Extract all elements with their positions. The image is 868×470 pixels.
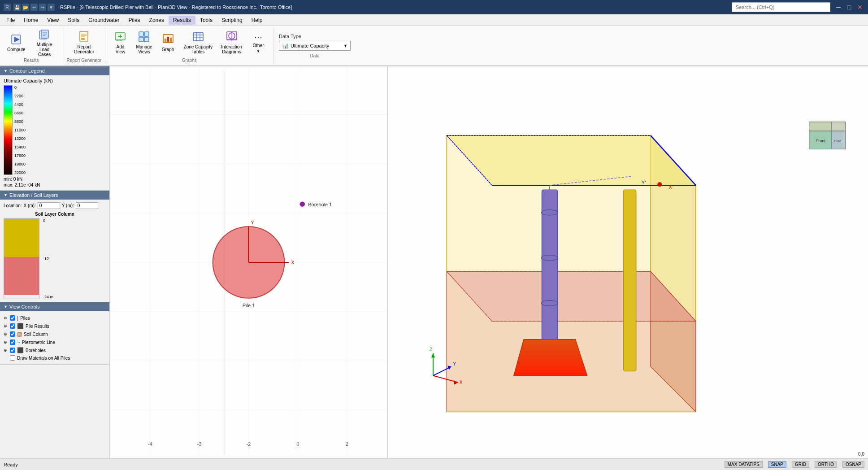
svg-rect-18: [144, 32, 149, 36]
report-generator-button[interactable]: Report Generator: [70, 29, 98, 56]
svg-text:X: X: [291, 260, 295, 265]
vc-draw-materials: ⊕ Draw Materials on All Piles: [4, 354, 106, 361]
interaction-diagrams-icon: [226, 30, 238, 43]
view-controls-section: ▼ View Controls ⊕ | Piles ⊕ ⬛ Pile Resul…: [0, 302, 109, 365]
svg-rect-24: [170, 38, 172, 42]
other-icon: ⋯: [254, 32, 262, 42]
report-generator-icon: [78, 30, 90, 43]
view-controls-header[interactable]: ▼ View Controls: [0, 302, 109, 311]
soil-depth-labels: 0 -12 -24 m: [41, 218, 53, 299]
plan-view-svg: -4 -3 -2 0 2 X Y Pile 1 Borehole 1: [110, 66, 387, 458]
menu-zones[interactable]: Zones: [145, 16, 169, 25]
legend-label-10: 22000: [14, 170, 26, 175]
svg-text:X: X: [460, 380, 463, 385]
data-type-value: Ultimate Capacity: [291, 43, 329, 48]
piezometric-checkbox[interactable]: [10, 339, 15, 345]
menu-results[interactable]: Results: [169, 16, 195, 25]
save-icon[interactable]: 💾: [13, 4, 21, 11]
ortho-button[interactable]: ORTHO: [815, 461, 837, 468]
y-input[interactable]: [76, 202, 98, 209]
viewport-3d[interactable]: Z Y X Front Side: [388, 66, 868, 458]
redo-icon[interactable]: ↪: [39, 4, 46, 11]
contour-legend-arrow: ▼: [4, 69, 8, 73]
elevation-content: Location: X (m): Y (m): Soil Layer Colum…: [0, 200, 109, 302]
max-datatips-button[interactable]: MAX DATATIPS: [725, 461, 763, 468]
multiple-load-cases-button[interactable]: Multiple Load Cases: [30, 29, 59, 56]
contour-legend-header[interactable]: ▼ Contour Legend: [0, 66, 109, 75]
elevation-title: Elevation / Soil Layers: [9, 192, 58, 198]
viewport-plan[interactable]: -4 -3 -2 0 2 X Y Pile 1 Borehole 1: [110, 66, 388, 458]
pile-results-label: Pile Results: [26, 324, 49, 329]
menu-icon[interactable]: ▼: [48, 4, 55, 11]
view-controls-content: ⊕ | Piles ⊕ ⬛ Pile Results ⊕ ▧ So: [0, 311, 109, 364]
other-button[interactable]: ⋯ Other ▼: [247, 29, 269, 56]
open-icon[interactable]: 📂: [22, 4, 29, 11]
grid-button[interactable]: GRID: [792, 461, 809, 468]
zone-capacity-tables-button[interactable]: Zone Capacity Tables: [180, 29, 216, 56]
boreholes-checkbox[interactable]: [10, 348, 15, 353]
svg-marker-79: [514, 339, 587, 376]
status-right: MAX DATATIPS SNAP GRID ORTHO OSNAP: [725, 461, 864, 468]
ribbon-group-results: Compute Multiple Load Cases: [0, 28, 63, 64]
osnap-button[interactable]: OSNAP: [842, 461, 864, 468]
manage-views-icon: [138, 30, 150, 43]
restore-button[interactable]: □: [845, 3, 854, 12]
data-type-label: Data Type: [279, 34, 351, 39]
compute-label: Compute: [7, 47, 26, 52]
piezometric-expand[interactable]: ⊕: [4, 340, 8, 344]
svg-rect-77: [542, 190, 558, 348]
legend-label-4: 8800: [14, 119, 26, 124]
legend-label-7: 15400: [14, 145, 26, 149]
data-type-dropdown-arrow: ▼: [343, 44, 347, 48]
manage-views-button[interactable]: Manage Views: [132, 29, 156, 56]
minimize-button[interactable]: ─: [834, 3, 843, 12]
title-bar: R 💾 📂 ↩ ↪ ▼ RSPile - [9-Telescopic Drill…: [0, 0, 868, 14]
menu-scripting[interactable]: Scripting: [217, 16, 247, 25]
search-input[interactable]: [732, 2, 830, 12]
menu-tools[interactable]: Tools: [195, 16, 217, 25]
svg-point-102: [657, 182, 662, 187]
view-controls-title: View Controls: [9, 304, 40, 309]
piles-expand[interactable]: ⊕: [4, 316, 8, 320]
svg-rect-16: [119, 40, 122, 41]
boreholes-expand[interactable]: ⊕: [4, 348, 8, 352]
soil-column-checkbox[interactable]: [10, 331, 15, 337]
data-type-dropdown[interactable]: 📊 Ultimate Capacity ▼: [279, 41, 351, 51]
pile-results-checkbox[interactable]: [10, 323, 15, 329]
interaction-diagrams-button[interactable]: Interaction Diagrams: [217, 29, 246, 56]
svg-text:Side: Side: [834, 139, 842, 143]
svg-text:Y: Y: [453, 361, 456, 366]
soil-column-expand[interactable]: ⊕: [4, 332, 8, 336]
graphs-group-label: Graphs: [182, 58, 197, 64]
legend-max: max: 2.11e+04 kN: [4, 183, 106, 187]
menu-view[interactable]: View: [43, 16, 63, 25]
pile-results-expand[interactable]: ⊕: [4, 324, 8, 328]
svg-rect-19: [139, 37, 143, 42]
menu-groundwater[interactable]: Groundwater: [84, 16, 124, 25]
menu-home[interactable]: Home: [19, 16, 43, 25]
menu-soils[interactable]: Soils: [63, 16, 84, 25]
manage-views-label: Manage Views: [136, 44, 152, 54]
status-bar: Ready MAX DATATIPS SNAP GRID ORTHO OSNAP: [0, 458, 868, 470]
vc-pile-results: ⊕ ⬛ Pile Results: [4, 322, 106, 330]
elevation-header[interactable]: ▼ Elevation / Soil Layers: [0, 191, 109, 200]
soil-column-icon: ▧: [17, 331, 22, 337]
add-view-button[interactable]: Add View: [109, 29, 131, 56]
piles-checkbox[interactable]: [10, 315, 15, 321]
svg-text:Pile 1: Pile 1: [243, 303, 255, 308]
graph-button[interactable]: Graph: [157, 29, 179, 56]
snap-button[interactable]: SNAP: [768, 461, 786, 468]
draw-materials-checkbox[interactable]: [10, 355, 15, 361]
undo-icon[interactable]: ↩: [30, 4, 38, 11]
other-dropdown-arrow: ▼: [256, 49, 260, 53]
compute-button[interactable]: Compute: [4, 29, 29, 56]
menu-file[interactable]: File: [2, 16, 19, 25]
multiple-load-cases-label: Multiple Load Cases: [34, 42, 56, 57]
piles-icon: |: [17, 315, 18, 321]
svg-text:Y': Y': [642, 180, 646, 185]
menu-help[interactable]: Help: [247, 16, 267, 25]
boreholes-label: Boreholes: [26, 348, 46, 353]
close-button[interactable]: ✕: [855, 3, 864, 12]
x-input[interactable]: [38, 202, 60, 209]
menu-piles[interactable]: Piles: [124, 16, 145, 25]
